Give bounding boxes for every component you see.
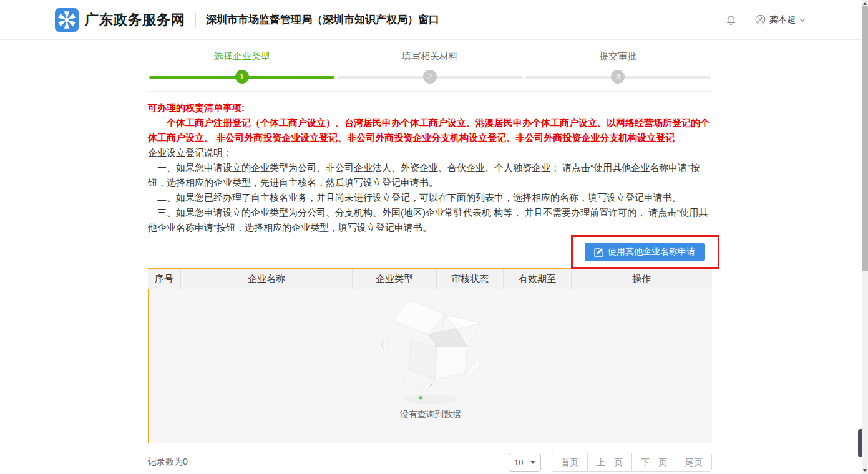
annotation-highlight-box (571, 235, 719, 269)
pagination: 10 首页 上一页 下一页 尾页 (509, 453, 712, 472)
user-avatar-icon (755, 14, 766, 25)
instruction-line-1: 一、如果您申请设立的企业类型为公司、非公司企业法人、外资企业、合伙企业、个人独资… (148, 160, 712, 190)
instruction-line-3: 三、如果您申请设立的企业类型为分公司、分支机构、外国(地区)企业常驻代表机 构等… (148, 205, 712, 235)
instruction-line-2: 二、如果您已经办理了自主核名业务，并且尚未进行设立登记，可以在下面的列表中，选择… (148, 190, 712, 205)
header: 广东政务服务网 深圳市市场监督管理局（深圳市知识产权局）窗口 龚本超 (0, 0, 868, 40)
dropdown-caret-icon (530, 461, 535, 464)
column-header-enterprise-type: 企业类型 (353, 269, 437, 289)
prev-page-button[interactable]: 上一页 (587, 453, 631, 471)
empty-state-text: 没有查询到数据 (400, 409, 461, 420)
step-label: 填写相关材料 (336, 50, 524, 62)
next-page-button[interactable]: 下一页 (631, 453, 676, 471)
page-size-select[interactable]: 10 (509, 453, 541, 472)
window-title: 深圳市市场监督管理局（深圳市知识产权局）窗口 (206, 12, 439, 27)
column-header-index: 序号 (148, 269, 181, 289)
column-header-actions: 操作 (572, 269, 711, 289)
column-header-enterprise-name: 企业名称 (181, 269, 353, 289)
step-2-fill-materials: 填写相关材料 2 (336, 50, 524, 85)
notification-bell-icon[interactable] (725, 14, 737, 26)
first-page-button[interactable]: 首页 (552, 453, 587, 471)
step-label: 选择企业类型 (148, 50, 336, 62)
step-wizard: 选择企业类型 1 填写相关材料 2 提交审批 3 (148, 50, 712, 92)
notice-title: 可办理的权责清单事项: (148, 100, 712, 115)
step-label: 提交审批 (524, 50, 712, 62)
vertical-scrollbar[interactable] (862, 0, 868, 474)
column-header-valid-until: 有效期至 (504, 269, 572, 289)
action-row: 使用其他企业名称申请 (148, 235, 712, 268)
main-content: 选择企业类型 1 填写相关材料 2 提交审批 3 可办理的权责清单事项: 个体工… (148, 40, 712, 472)
table-footer: 记录数为0 10 首页 上一页 下一页 尾页 (148, 453, 712, 472)
table-header-row: 序号 企业名称 企业类型 审核状态 有效期至 操作 (148, 269, 712, 289)
empty-box-illustration (378, 297, 483, 407)
enterprise-name-table: 序号 企业名称 企业类型 审核状态 有效期至 操作 (148, 268, 712, 443)
pagination-button-group: 首页 上一页 下一页 尾页 (552, 453, 712, 472)
instructions-title: 企业设立登记说明： (148, 145, 712, 160)
page-size-value: 10 (514, 458, 523, 467)
notice-items-text: 个体工商户注册登记（个体工商户设立）、台湾居民申办个体工商户设立、港澳居民申办个… (148, 115, 712, 145)
step-number-badge: 1 (235, 70, 249, 84)
user-name: 龚本超 (769, 14, 796, 26)
header-divider (195, 13, 196, 27)
record-count: 记录数为0 (148, 457, 188, 468)
step-1-choose-enterprise-type: 选择企业类型 1 (148, 50, 336, 85)
brand-title: 广东政务服务网 (85, 11, 185, 29)
last-page-button[interactable]: 尾页 (676, 453, 711, 471)
step-number-badge: 3 (611, 70, 625, 84)
step-3-submit-approval: 提交审批 3 (524, 50, 712, 85)
gdzwfw-logo-icon (55, 8, 79, 32)
floating-side-widget[interactable] (858, 429, 862, 457)
scrollbar-up-arrow-icon[interactable] (863, 2, 867, 5)
step-number-badge: 2 (423, 70, 437, 84)
column-header-review-status: 审核状态 (437, 269, 504, 289)
user-menu[interactable]: 龚本超 (755, 14, 806, 26)
header-divider (746, 16, 746, 24)
scrollbar-down-arrow-icon[interactable] (863, 469, 867, 472)
table-empty-body: 没有查询到数据 (148, 289, 712, 443)
chevron-down-icon (799, 18, 806, 22)
scrollbar-thumb[interactable] (862, 6, 868, 271)
